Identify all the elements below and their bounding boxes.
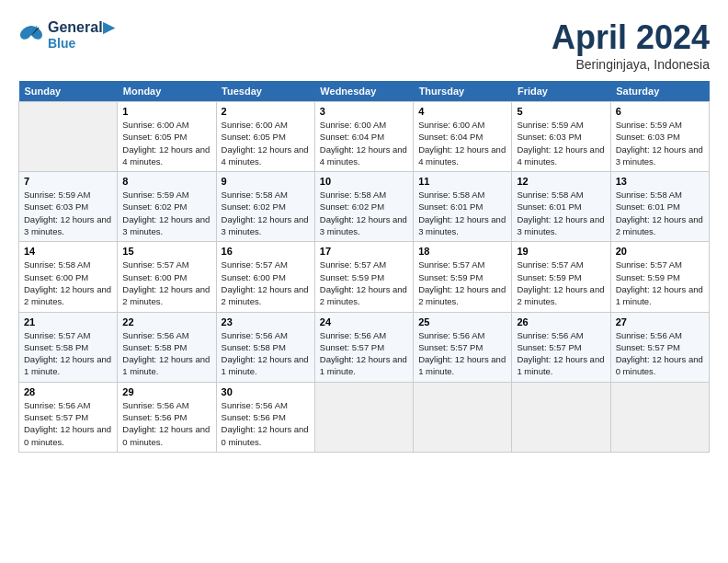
day-info: Sunrise: 5:57 AMSunset: 6:00 PMDaylight:… bbox=[122, 259, 210, 307]
day-number: 26 bbox=[517, 316, 605, 327]
title-area: April 2024 Beringinjaya, Indonesia bbox=[552, 18, 710, 72]
day-number: 8 bbox=[122, 176, 210, 187]
day-info: Sunrise: 5:56 AMSunset: 5:58 PMDaylight:… bbox=[222, 329, 310, 378]
calendar-cell: 18Sunrise: 5:57 AMSunset: 5:59 PMDayligh… bbox=[414, 242, 512, 312]
location: Beringinjaya, Indonesia bbox=[552, 57, 710, 72]
day-info: Sunrise: 5:57 AMSunset: 5:58 PMDaylight:… bbox=[24, 329, 112, 378]
calendar-cell: 19Sunrise: 5:57 AMSunset: 5:59 PMDayligh… bbox=[512, 242, 610, 312]
calendar-cell: 22Sunrise: 5:56 AMSunset: 5:58 PMDayligh… bbox=[118, 312, 216, 382]
day-info: Sunrise: 5:56 AMSunset: 5:56 PMDaylight:… bbox=[122, 399, 210, 448]
day-info: Sunrise: 5:59 AMSunset: 6:03 PMDaylight:… bbox=[24, 189, 112, 237]
day-info: Sunrise: 5:56 AMSunset: 5:58 PMDaylight:… bbox=[122, 329, 210, 378]
day-number: 23 bbox=[222, 316, 310, 327]
calendar-cell: 17Sunrise: 5:57 AMSunset: 5:59 PMDayligh… bbox=[314, 242, 413, 312]
calendar-header-row: SundayMondayTuesdayWednesdayThursdayFrid… bbox=[19, 81, 710, 102]
calendar-cell: 9Sunrise: 5:58 AMSunset: 6:02 PMDaylight… bbox=[216, 172, 314, 242]
day-number: 29 bbox=[122, 386, 210, 397]
day-info: Sunrise: 5:56 AMSunset: 5:57 PMDaylight:… bbox=[320, 329, 408, 378]
day-info: Sunrise: 5:56 AMSunset: 5:57 PMDaylight:… bbox=[517, 329, 605, 378]
day-info: Sunrise: 5:59 AMSunset: 6:03 PMDaylight:… bbox=[517, 119, 605, 167]
day-number: 18 bbox=[418, 246, 506, 257]
column-header-wednesday: Wednesday bbox=[314, 81, 413, 102]
day-number: 2 bbox=[222, 106, 310, 117]
calendar-cell: 3Sunrise: 6:00 AMSunset: 6:04 PMDaylight… bbox=[314, 102, 413, 172]
calendar-week-5: 28Sunrise: 5:56 AMSunset: 5:57 PMDayligh… bbox=[19, 382, 710, 452]
calendar-cell: 6Sunrise: 5:59 AMSunset: 6:03 PMDaylight… bbox=[610, 102, 709, 172]
day-info: Sunrise: 6:00 AMSunset: 6:05 PMDaylight:… bbox=[222, 119, 310, 167]
calendar-cell: 23Sunrise: 5:56 AMSunset: 5:58 PMDayligh… bbox=[216, 312, 314, 382]
day-number: 11 bbox=[418, 176, 506, 187]
day-number: 10 bbox=[320, 176, 408, 187]
day-info: Sunrise: 6:00 AMSunset: 6:05 PMDaylight:… bbox=[122, 119, 210, 167]
day-number: 12 bbox=[517, 176, 605, 187]
day-number: 6 bbox=[616, 106, 704, 117]
calendar-cell: 28Sunrise: 5:56 AMSunset: 5:57 PMDayligh… bbox=[19, 382, 118, 452]
calendar-cell bbox=[414, 382, 512, 452]
day-info: Sunrise: 5:57 AMSunset: 6:00 PMDaylight:… bbox=[222, 259, 310, 307]
column-header-monday: Monday bbox=[118, 81, 216, 102]
day-info: Sunrise: 5:56 AMSunset: 5:57 PMDaylight:… bbox=[616, 329, 704, 378]
day-number: 15 bbox=[122, 246, 210, 257]
day-number: 30 bbox=[222, 386, 310, 397]
column-header-tuesday: Tuesday bbox=[216, 81, 314, 102]
day-number: 7 bbox=[24, 176, 112, 187]
day-number: 22 bbox=[122, 316, 210, 327]
calendar-cell: 10Sunrise: 5:58 AMSunset: 6:02 PMDayligh… bbox=[314, 172, 413, 242]
logo-text: General▶ Blue bbox=[48, 18, 114, 51]
calendar-cell: 13Sunrise: 5:58 AMSunset: 6:01 PMDayligh… bbox=[610, 172, 709, 242]
calendar-cell: 11Sunrise: 5:58 AMSunset: 6:01 PMDayligh… bbox=[414, 172, 512, 242]
calendar-body: 1Sunrise: 6:00 AMSunset: 6:05 PMDaylight… bbox=[19, 102, 710, 453]
month-title: April 2024 bbox=[552, 18, 710, 57]
calendar-cell: 14Sunrise: 5:58 AMSunset: 6:00 PMDayligh… bbox=[19, 242, 118, 312]
calendar-cell bbox=[19, 102, 118, 172]
day-info: Sunrise: 5:59 AMSunset: 6:02 PMDaylight:… bbox=[122, 189, 210, 237]
day-number: 17 bbox=[320, 246, 408, 257]
logo-icon bbox=[18, 24, 44, 46]
day-number: 24 bbox=[320, 316, 408, 327]
calendar-cell: 8Sunrise: 5:59 AMSunset: 6:02 PMDaylight… bbox=[118, 172, 216, 242]
day-number: 14 bbox=[24, 246, 112, 257]
calendar-cell bbox=[610, 382, 709, 452]
calendar-week-1: 1Sunrise: 6:00 AMSunset: 6:05 PMDaylight… bbox=[19, 102, 710, 172]
day-info: Sunrise: 5:56 AMSunset: 5:56 PMDaylight:… bbox=[222, 399, 310, 448]
day-info: Sunrise: 6:00 AMSunset: 6:04 PMDaylight:… bbox=[418, 119, 506, 167]
day-info: Sunrise: 5:58 AMSunset: 6:01 PMDaylight:… bbox=[517, 189, 605, 237]
day-number: 4 bbox=[418, 106, 506, 117]
calendar-cell: 1Sunrise: 6:00 AMSunset: 6:05 PMDaylight… bbox=[118, 102, 216, 172]
calendar-cell: 25Sunrise: 5:56 AMSunset: 5:57 PMDayligh… bbox=[414, 312, 512, 382]
calendar-cell bbox=[314, 382, 413, 452]
day-number: 3 bbox=[320, 106, 408, 117]
day-info: Sunrise: 5:57 AMSunset: 5:59 PMDaylight:… bbox=[418, 259, 506, 307]
calendar-week-4: 21Sunrise: 5:57 AMSunset: 5:58 PMDayligh… bbox=[19, 312, 710, 382]
calendar-week-3: 14Sunrise: 5:58 AMSunset: 6:00 PMDayligh… bbox=[19, 242, 710, 312]
day-number: 28 bbox=[24, 386, 112, 397]
column-header-sunday: Sunday bbox=[19, 81, 118, 102]
day-info: Sunrise: 5:56 AMSunset: 5:57 PMDaylight:… bbox=[24, 399, 112, 448]
calendar-cell: 27Sunrise: 5:56 AMSunset: 5:57 PMDayligh… bbox=[610, 312, 709, 382]
day-info: Sunrise: 5:57 AMSunset: 5:59 PMDaylight:… bbox=[517, 259, 605, 307]
day-info: Sunrise: 5:58 AMSunset: 6:01 PMDaylight:… bbox=[418, 189, 506, 237]
day-number: 20 bbox=[616, 246, 704, 257]
day-number: 25 bbox=[418, 316, 506, 327]
day-info: Sunrise: 5:56 AMSunset: 5:57 PMDaylight:… bbox=[418, 329, 506, 378]
day-number: 19 bbox=[517, 246, 605, 257]
calendar-cell: 15Sunrise: 5:57 AMSunset: 6:00 PMDayligh… bbox=[118, 242, 216, 312]
calendar-cell: 4Sunrise: 6:00 AMSunset: 6:04 PMDaylight… bbox=[414, 102, 512, 172]
calendar-week-2: 7Sunrise: 5:59 AMSunset: 6:03 PMDaylight… bbox=[19, 172, 710, 242]
day-number: 1 bbox=[122, 106, 210, 117]
column-header-friday: Friday bbox=[512, 81, 610, 102]
column-header-saturday: Saturday bbox=[610, 81, 709, 102]
day-number: 5 bbox=[517, 106, 605, 117]
day-info: Sunrise: 5:57 AMSunset: 5:59 PMDaylight:… bbox=[320, 259, 408, 307]
logo: General▶ Blue bbox=[18, 18, 114, 51]
calendar-cell: 21Sunrise: 5:57 AMSunset: 5:58 PMDayligh… bbox=[19, 312, 118, 382]
calendar-cell: 12Sunrise: 5:58 AMSunset: 6:01 PMDayligh… bbox=[512, 172, 610, 242]
calendar-cell: 2Sunrise: 6:00 AMSunset: 6:05 PMDaylight… bbox=[216, 102, 314, 172]
day-info: Sunrise: 5:58 AMSunset: 6:02 PMDaylight:… bbox=[320, 189, 408, 237]
calendar-cell: 30Sunrise: 5:56 AMSunset: 5:56 PMDayligh… bbox=[216, 382, 314, 452]
column-header-thursday: Thursday bbox=[414, 81, 512, 102]
day-info: Sunrise: 6:00 AMSunset: 6:04 PMDaylight:… bbox=[320, 119, 408, 167]
day-number: 21 bbox=[24, 316, 112, 327]
page-header: General▶ Blue April 2024 Beringinjaya, I… bbox=[18, 18, 710, 72]
day-info: Sunrise: 5:57 AMSunset: 5:59 PMDaylight:… bbox=[616, 259, 704, 307]
